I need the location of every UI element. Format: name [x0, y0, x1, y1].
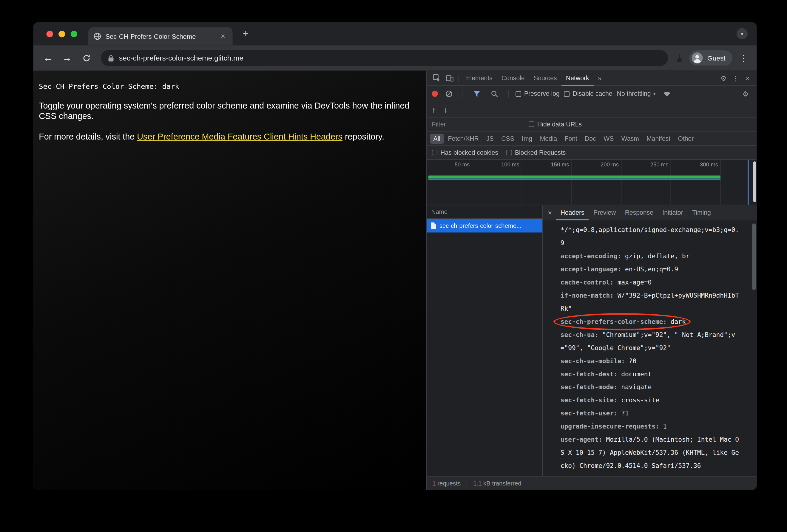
resource-type-chip[interactable]: Wasm: [618, 133, 643, 143]
inspect-element-icon[interactable]: [430, 72, 443, 84]
tab-search-chevron-icon[interactable]: ▾: [737, 28, 748, 39]
overview-scrollbar[interactable]: [753, 161, 756, 202]
has-blocked-cookies-label: Has blocked cookies: [440, 149, 498, 156]
profile-button[interactable]: Guest: [689, 50, 732, 66]
header-value: max-age=0: [618, 278, 652, 286]
devtools-settings-icon[interactable]: ⚙: [718, 72, 730, 84]
export-har-icon[interactable]: ↓: [444, 105, 447, 114]
repository-link[interactable]: User Preference Media Features Client Hi…: [137, 132, 342, 142]
timeline-bar-blue: [428, 179, 721, 180]
timeline-tick-label: 50 ms: [427, 160, 472, 205]
timeline-overview[interactable]: 50 ms100 ms150 ms200 ms250 ms300 ms: [427, 160, 757, 205]
timeline-tick-label: 150 ms: [522, 160, 572, 205]
throttling-select[interactable]: No throttling▾: [617, 90, 656, 97]
browser-tab[interactable]: Sec-CH-Prefers-Color-Scheme ×: [88, 27, 233, 45]
header-row: accept-encoding:gzip, deflate, br: [560, 250, 757, 263]
requests-name-header[interactable]: Name: [427, 205, 543, 219]
tab-close-icon[interactable]: ×: [218, 32, 227, 41]
forward-button[interactable]: →: [60, 50, 75, 66]
devtools-menu-icon[interactable]: ⋮: [729, 72, 742, 84]
load-event-line: [748, 160, 748, 205]
header-name: upgrade-insecure-requests:: [560, 423, 663, 430]
address-bar[interactable]: sec-ch-prefers-color-scheme.glitch.me: [101, 50, 668, 66]
detail-tab[interactable]: Response: [620, 205, 658, 220]
network-split: Name sec-ch-prefers-color-scheme...: [427, 205, 757, 476]
paragraph-2-prefix: For more details, visit the: [39, 132, 137, 142]
devtools-close-icon[interactable]: ×: [742, 72, 754, 84]
color-scheme-status-text: Sec-CH-Prefers-Color-Scheme: dark: [39, 82, 421, 90]
device-toolbar-icon[interactable]: [443, 72, 456, 84]
back-button[interactable]: ←: [40, 50, 56, 66]
resource-type-chip[interactable]: Doc: [581, 133, 599, 143]
timeline-tick-label: 200 ms: [572, 160, 621, 205]
resource-type-chip[interactable]: JS: [483, 133, 497, 143]
window-content: Sec-CH-Prefers-Color-Scheme: dark Toggle…: [34, 71, 757, 490]
header-row: sec-fetch-user:?1: [560, 407, 757, 420]
blocked-requests-label: Blocked Requests: [515, 149, 566, 156]
resource-type-chip[interactable]: CSS: [497, 133, 517, 143]
toolbar-divider: [459, 74, 459, 82]
reload-button[interactable]: [79, 50, 94, 66]
detail-tab[interactable]: Timing: [688, 205, 716, 220]
header-line: sec-fetch-mode:navigate: [560, 381, 741, 394]
throttling-value: No throttling: [617, 90, 651, 97]
devtools-tab[interactable]: Elements: [462, 71, 497, 86]
header-line: if-none-match:W/"392-B+pCtpzl+pyWUSHMRn9…: [560, 289, 741, 315]
timeline-tick-label: 100 ms: [472, 160, 522, 205]
flask-icon[interactable]: [675, 53, 684, 62]
devtools-tab[interactable]: Console: [497, 71, 529, 86]
header-line: cache-control:max-age=0: [560, 276, 741, 289]
request-headers-list: */*;q=0.8,application/signed-exchange;v=…: [543, 220, 757, 476]
devtools-tabs: ElementsConsoleSourcesNetwork: [462, 71, 594, 85]
resource-type-chip[interactable]: Img: [518, 133, 536, 143]
minimize-window-button[interactable]: [59, 30, 65, 37]
preserve-log-checkbox[interactable]: Preserve log: [515, 90, 559, 97]
search-icon[interactable]: [488, 88, 501, 100]
browser-menu-button[interactable]: ⋮: [738, 53, 750, 64]
devtools-tab[interactable]: Network: [561, 71, 594, 86]
header-value: document: [621, 370, 652, 378]
resource-type-chip[interactable]: All: [430, 133, 444, 143]
detail-tab[interactable]: Initiator: [658, 205, 688, 220]
devtools-tab[interactable]: Sources: [529, 71, 561, 86]
new-tab-button[interactable]: +: [239, 27, 253, 41]
zoom-window-button[interactable]: [71, 30, 77, 37]
clear-icon[interactable]: [442, 88, 455, 100]
record-button[interactable]: [432, 91, 438, 96]
filter-icon[interactable]: [470, 88, 483, 100]
checkbox-box: [506, 150, 512, 155]
disable-cache-checkbox[interactable]: Disable cache: [564, 90, 613, 97]
details-scrollbar[interactable]: [752, 223, 756, 290]
header-line: sec-ch-prefers-color-scheme:dark: [560, 315, 741, 328]
header-row: sec-fetch-dest:document: [560, 368, 757, 381]
network-settings-icon[interactable]: ⚙: [740, 88, 752, 100]
request-row[interactable]: sec-ch-prefers-color-scheme...: [427, 219, 543, 232]
page-paragraph-1: Toggle your operating system's preferred…: [39, 101, 421, 122]
document-icon: [430, 222, 436, 229]
header-row: sec-fetch-site:cross-site: [560, 394, 757, 407]
header-row: user-agent:Mozilla/5.0 (Macintosh; Intel…: [560, 433, 757, 473]
close-window-button[interactable]: [46, 30, 53, 37]
hide-data-urls-checkbox[interactable]: Hide data URLs: [529, 121, 582, 128]
blocked-requests-checkbox[interactable]: Blocked Requests: [506, 149, 566, 156]
status-divider: [467, 480, 467, 487]
header-value: 1: [663, 423, 667, 430]
resource-type-chip[interactable]: Fetch/XHR: [445, 133, 483, 143]
more-tabs-icon[interactable]: »: [594, 72, 606, 84]
has-blocked-cookies-checkbox[interactable]: Has blocked cookies: [432, 149, 498, 156]
url-text: sec-ch-prefers-color-scheme.glitch.me: [119, 54, 243, 62]
resource-type-chip[interactable]: Media: [536, 133, 560, 143]
import-har-icon[interactable]: ↑: [432, 105, 436, 114]
transferred-size: 1.1 kB transferred: [473, 480, 521, 487]
detail-tab[interactable]: Headers: [556, 205, 589, 220]
paragraph-2-suffix: repository.: [342, 132, 384, 142]
detail-tab[interactable]: Preview: [589, 205, 620, 220]
network-conditions-icon[interactable]: [660, 88, 673, 100]
har-actions-row: ↑ ↓: [427, 102, 757, 117]
filter-input[interactable]: [432, 121, 523, 128]
resource-type-chip[interactable]: WS: [600, 133, 617, 143]
resource-type-chip[interactable]: Font: [561, 133, 581, 143]
resource-type-chip[interactable]: Other: [675, 133, 698, 143]
close-details-icon[interactable]: ×: [544, 208, 556, 217]
resource-type-chip[interactable]: Manifest: [643, 133, 674, 143]
